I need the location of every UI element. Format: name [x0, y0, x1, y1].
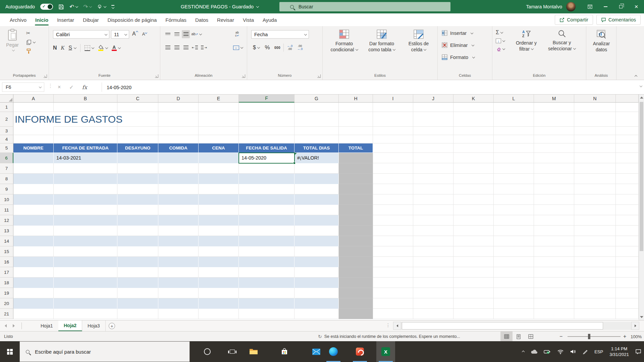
vertical-scroll-thumb[interactable]: [640, 102, 643, 251]
cell-I4[interactable]: [373, 135, 413, 143]
dialog-launcher-icon[interactable]: [155, 74, 158, 78]
cut-button[interactable]: ✂: [26, 30, 35, 36]
align-center-button[interactable]: [173, 44, 181, 52]
cell-D6[interactable]: [158, 153, 199, 163]
cell-L10[interactable]: [494, 194, 534, 205]
tab-vista[interactable]: Vista: [238, 13, 258, 26]
cell-M18[interactable]: [534, 278, 574, 288]
cell-G8[interactable]: [294, 174, 339, 184]
excel-taskbar-button[interactable]: X: [376, 341, 395, 362]
cell-B14[interactable]: [54, 236, 117, 246]
cell-M9[interactable]: [534, 184, 574, 194]
cell-B17[interactable]: [54, 267, 117, 278]
user-name[interactable]: Tamara Montalvo: [526, 4, 562, 9]
cell-M8[interactable]: [534, 174, 574, 184]
cell-F21[interactable]: [239, 309, 294, 319]
cell-F18[interactable]: [239, 278, 294, 288]
sheet-tab-hoja1[interactable]: Hoja1: [35, 320, 59, 331]
comments-button[interactable]: Comentarios: [596, 15, 641, 25]
cell-N10[interactable]: [574, 194, 616, 205]
cell-D3[interactable]: [158, 127, 199, 135]
clear-button[interactable]: [496, 46, 505, 52]
grow-font-button[interactable]: A: [131, 30, 139, 37]
cell-G17[interactable]: [294, 267, 339, 278]
row-header-11[interactable]: 11: [0, 205, 13, 215]
cell-K10[interactable]: [453, 194, 494, 205]
cell-J19[interactable]: [413, 288, 453, 298]
delete-cells-button[interactable]: Eliminar: [442, 42, 474, 48]
cell-K2[interactable]: [453, 112, 494, 127]
formula-input[interactable]: 14-05-2020: [107, 80, 131, 95]
row-header-5[interactable]: 5: [0, 143, 13, 153]
cell-N5[interactable]: [574, 143, 616, 153]
cell-E13[interactable]: [199, 226, 239, 236]
cell-J11[interactable]: [413, 205, 453, 215]
edge-button[interactable]: [324, 341, 343, 362]
cell-D11[interactable]: [158, 205, 199, 215]
cell-H3[interactable]: [339, 127, 373, 135]
cell-F1[interactable]: [239, 103, 294, 112]
cell-D16[interactable]: [158, 257, 199, 267]
cell-D8[interactable]: [158, 174, 199, 184]
dialog-launcher-icon[interactable]: [317, 74, 321, 78]
cell-J20[interactable]: [413, 298, 453, 309]
increase-decimal-button[interactable]: ←.0.00: [286, 44, 294, 52]
find-select-button[interactable]: Buscar y seleccionar: [543, 26, 580, 52]
cell-F5[interactable]: FECHA DE SALIDA: [239, 143, 294, 153]
cell-C11[interactable]: [117, 205, 158, 215]
cell-F20[interactable]: [239, 298, 294, 309]
cell-J13[interactable]: [413, 226, 453, 236]
cell-A11[interactable]: [13, 205, 54, 215]
file-explorer-button[interactable]: [244, 341, 263, 362]
cell-F19[interactable]: [239, 288, 294, 298]
dialog-launcher-icon[interactable]: [44, 74, 47, 78]
cell-I9[interactable]: [373, 184, 413, 194]
cell-M12[interactable]: [534, 215, 574, 226]
cell-H1[interactable]: [339, 103, 373, 112]
zoom-slider[interactable]: [568, 336, 621, 337]
bold-button[interactable]: N: [53, 45, 57, 51]
cell-A15[interactable]: [13, 246, 54, 257]
grid-select-all-button[interactable]: [0, 95, 13, 103]
office-button[interactable]: [351, 341, 369, 362]
cell-A7[interactable]: [13, 163, 54, 174]
row-header-2[interactable]: 2: [0, 112, 13, 127]
cell-N21[interactable]: [574, 309, 616, 319]
cell-J9[interactable]: [413, 184, 453, 194]
cell-I10[interactable]: [373, 194, 413, 205]
cell-M11[interactable]: [534, 205, 574, 215]
cell-F11[interactable]: [239, 205, 294, 215]
titlebar-search-box[interactable]: Buscar: [279, 2, 450, 11]
column-header-K[interactable]: K: [453, 95, 494, 103]
cell-K12[interactable]: [453, 215, 494, 226]
column-header-partial[interactable]: [616, 95, 639, 103]
clock[interactable]: 1:14 PM 3/31/2021: [609, 346, 629, 357]
cell-G7[interactable]: [294, 163, 339, 174]
cell-J16[interactable]: [413, 257, 453, 267]
column-header-L[interactable]: L: [494, 95, 534, 103]
cell-I14[interactable]: [373, 236, 413, 246]
cell-I6[interactable]: [373, 153, 413, 163]
notification-center-icon[interactable]: [635, 349, 641, 354]
cell-K16[interactable]: [453, 257, 494, 267]
cell-N8[interactable]: [574, 174, 616, 184]
cell-N2[interactable]: [574, 112, 616, 127]
touch-mouse-mode-icon[interactable]: [97, 4, 106, 9]
cell-B4[interactable]: [54, 135, 117, 143]
cell-J15[interactable]: [413, 246, 453, 257]
expand-formula-bar-icon[interactable]: [640, 84, 642, 87]
cell-D19[interactable]: [158, 288, 199, 298]
cell-C6[interactable]: [117, 153, 158, 163]
row-header-8[interactable]: 8: [0, 174, 13, 184]
cell-J5[interactable]: [413, 143, 453, 153]
cell-K11[interactable]: [453, 205, 494, 215]
column-header-N[interactable]: N: [574, 95, 616, 103]
wifi-icon[interactable]: [557, 349, 564, 354]
quick-access-customize-icon[interactable]: [111, 5, 114, 8]
cell-F12[interactable]: [239, 215, 294, 226]
row-header-3[interactable]: 3: [0, 127, 13, 135]
minimize-button[interactable]: [598, 0, 613, 13]
format-cells-button[interactable]: Formato: [442, 54, 475, 60]
cell-C17[interactable]: [117, 267, 158, 278]
cell-H8[interactable]: [339, 174, 373, 184]
